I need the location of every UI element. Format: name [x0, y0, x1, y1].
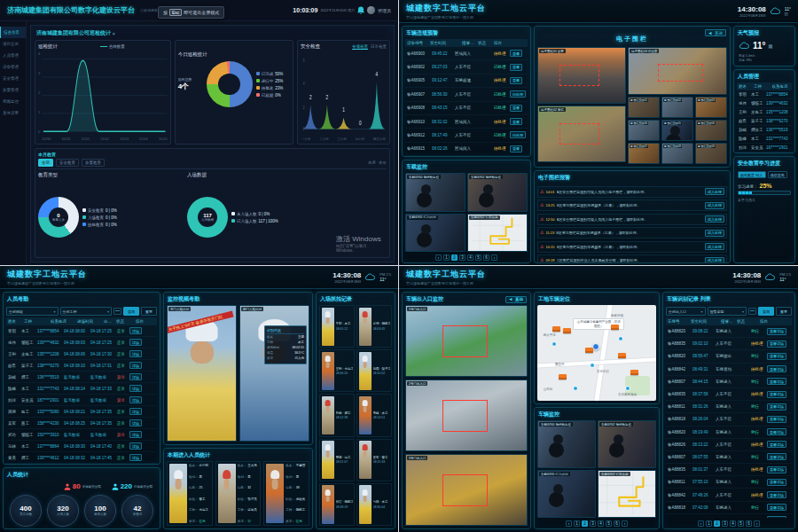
view-detail-button[interactable]: 查看详情	[767, 453, 786, 460]
video-feed[interactable]: 鲁A66905 行为识别	[537, 470, 596, 518]
video-feed[interactable]: 鲁A66902 驾驶舱监控	[598, 420, 656, 468]
detail-button[interactable]: 详情	[129, 373, 142, 380]
fence-thumbnail[interactable]: ⊠围栏画面01	[628, 97, 660, 118]
view-detail-button[interactable]: 查看详情	[767, 403, 786, 411]
fence-thumbnail[interactable]: ⊠围栏画面06	[695, 120, 727, 141]
video-feed[interactable]: 鲁A66905 行为识别	[405, 214, 466, 253]
snapshot-item[interactable]: 李明 · 木工 08:01:12	[319, 305, 355, 348]
detail-button[interactable]: 详情	[129, 408, 142, 415]
sidebar-item[interactable]: 质量管理	[0, 84, 26, 96]
handle-alarm-button[interactable]: 进入处理	[705, 188, 724, 195]
view-detail-button[interactable]: 查看详情	[767, 491, 786, 498]
view-detail-button[interactable]: 查看详情	[767, 416, 786, 423]
vehicle-map[interactable]: 山东城建绿色建材产业园（官庄园区） 西	[537, 305, 656, 401]
newcomer-card[interactable]: 姓名：张小明 性别：男 年龄：25 职位：普工 工种：水电工 状态：在场	[167, 461, 213, 526]
poi-marker[interactable]	[552, 341, 557, 347]
snapshot-item[interactable]: 吴军 · 普工 08:25:33	[356, 439, 392, 481]
view-button[interactable]: 查看	[510, 77, 522, 84]
view-detail-button[interactable]: 查看详情	[767, 353, 786, 360]
newcomer-card[interactable]: 姓名：王大伟 性别：男 年龄：32 职位：管理员 工种：运输员 状态：1#	[215, 461, 262, 526]
poi-marker[interactable]	[625, 386, 630, 391]
face-camera-feed[interactable]: 西门人脸识别 识别信息 姓名王强工种木工进场时间08:02:15体温36.5°C…	[239, 305, 309, 442]
page-button[interactable]: 5	[606, 520, 612, 527]
page-button[interactable]: 5	[475, 254, 481, 261]
strip-tab[interactable]: 质量教育	[82, 159, 105, 167]
view-detail-button[interactable]: 查看详情	[767, 479, 786, 486]
fence-thumbnail[interactable]: ⊠围栏画面04	[628, 120, 660, 141]
video-feed[interactable]: 鲁A66900 驾驶舱监控	[537, 420, 596, 468]
fence-thumbnail[interactable]: ⊠围栏画面03	[695, 97, 727, 118]
fence-camera-feed[interactable]: 电子围栏02 基坑	[537, 106, 626, 162]
poi-marker[interactable]	[590, 363, 595, 368]
video-feed[interactable]: 鲁A66900 驾驶舱监控	[405, 173, 466, 212]
handle-alarm-button[interactable]: 进入处理	[705, 243, 724, 250]
gate-camera-feed[interactable]: 3号门出入口	[405, 454, 528, 526]
poi-marker[interactable]	[618, 336, 623, 341]
handle-alarm-button[interactable]: 进入处理	[705, 215, 724, 223]
calendar-icon[interactable]	[748, 308, 756, 315]
sidebar-item[interactable]: 项目总览	[0, 38, 26, 50]
page-button[interactable]: ‹	[435, 254, 442, 261]
truck-marker[interactable]	[630, 370, 638, 375]
page-button[interactable]: 6	[483, 254, 489, 261]
page-button[interactable]: 2	[714, 520, 720, 527]
peaks-tab[interactable]: 日常检查	[371, 44, 387, 50]
direct-jump-button[interactable]: 直达	[705, 29, 726, 36]
video-feed[interactable]: 鲁A66907 行车轨迹	[598, 470, 656, 518]
video-feed[interactable]: 鲁A66902 驾驶舱监控	[467, 173, 528, 212]
strip-tab[interactable]: 安全教育	[56, 159, 79, 167]
education-tab[interactable]: 岗前教育 36人	[738, 171, 766, 178]
detail-button[interactable]: 详情	[129, 396, 142, 403]
detail-button[interactable]: 详情	[129, 327, 142, 334]
page-button[interactable]: 1	[574, 520, 580, 527]
view-detail-button[interactable]: 查看详情	[767, 466, 786, 473]
query-button[interactable]: 查询	[123, 307, 139, 316]
strip-view-option[interactable]: 本年	[379, 160, 387, 165]
avatar[interactable]	[367, 6, 375, 14]
chevron-down-icon[interactable]: ▾	[113, 31, 115, 36]
page-button[interactable]: ›	[754, 520, 760, 527]
snapshot-item[interactable]: 张伟 · 钢筋工 08:03:45	[356, 305, 392, 348]
view-detail-button[interactable]: 查看详情	[767, 365, 786, 372]
fence-thumbnail[interactable]: ⊠围栏画面07	[628, 143, 660, 164]
view-button[interactable]: 查看	[510, 145, 522, 153]
truck-marker[interactable]	[618, 353, 626, 358]
page-button[interactable]: 2	[582, 520, 588, 527]
reset-button[interactable]: 重置	[141, 307, 157, 316]
truck-marker[interactable]	[563, 328, 571, 333]
snapshot-item[interactable]: 孙斌 · 焊工 08:12:38	[319, 394, 355, 436]
page-button[interactable]: 4	[598, 520, 604, 527]
fence-thumbnail[interactable]: ⊠围栏画面02	[661, 97, 693, 118]
detail-button[interactable]: 详情	[129, 350, 142, 357]
page-button[interactable]: 3	[459, 254, 466, 261]
fence-thumbnail[interactable]: ⊠围栏画面08	[661, 143, 693, 164]
sidebar-item[interactable]: 视频监控	[0, 96, 26, 107]
detail-button[interactable]: 详情	[129, 419, 142, 426]
view-button[interactable]: 查看	[510, 105, 522, 112]
snapshot-item[interactable]: 周强 · 电工 08:21:07	[319, 439, 355, 481]
page-button[interactable]: 1	[706, 520, 712, 527]
direct-jump-button[interactable]: 直达	[505, 296, 527, 303]
snapshot-item[interactable]: 赵磊 · 架子工 08:10:02	[356, 349, 392, 392]
page-button[interactable]: ‹	[698, 520, 704, 527]
job-filter-select[interactable]: 全部工种▾	[60, 307, 113, 316]
view-button[interactable]: 查看	[510, 64, 522, 71]
truck-marker[interactable]	[585, 348, 593, 353]
detail-button[interactable]: 详情	[129, 385, 142, 392]
poi-marker[interactable]	[573, 386, 578, 391]
view-detail-button[interactable]: 查看详情	[767, 328, 786, 335]
page-button[interactable]: ‹	[566, 520, 572, 527]
page-button[interactable]: ›	[491, 254, 497, 261]
page-button[interactable]: 1	[443, 254, 450, 261]
page-button[interactable]: 3	[722, 520, 728, 527]
peaks-tab[interactable]: 专项检查	[352, 44, 368, 50]
detail-button[interactable]: 详情	[129, 362, 142, 369]
view-detail-button[interactable]: 查看详情	[767, 340, 786, 348]
strip-view-option[interactable]: 本月	[368, 160, 376, 165]
snapshot-item[interactable]: 马林 · 木工 08:30:44	[356, 483, 392, 526]
snapshot-item[interactable]: 郑浩 · 钢筋工 08:28:19	[319, 483, 355, 526]
truck-marker[interactable]	[611, 325, 619, 330]
view-detail-button[interactable]: 查看详情	[767, 504, 786, 511]
view-button[interactable]: 查看	[510, 118, 522, 125]
page-button[interactable]: 4	[730, 520, 736, 527]
